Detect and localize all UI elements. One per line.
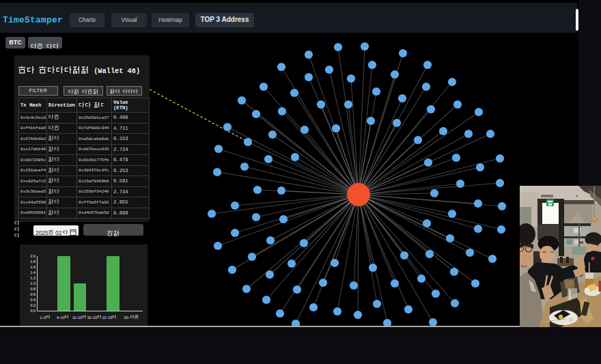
svg-text:0.0: 0.0: [31, 309, 36, 313]
svg-text:21~25: 21~25: [102, 316, 113, 320]
svg-text:2025: 2025: [36, 229, 48, 236]
svg-text:0.8: 0.8: [31, 287, 36, 291]
svg-text:0.4: 0.4: [31, 298, 36, 302]
svg-text:1.2: 1.2: [31, 276, 36, 280]
svg-text:02: 02: [55, 229, 62, 236]
svg-text:16~20: 16~20: [87, 316, 98, 320]
svg-text:11~15: 11~15: [72, 316, 82, 320]
svg-text:1.8: 1.8: [31, 260, 36, 264]
svg-text:1.0: 1.0: [31, 281, 36, 285]
svg-text:2.0: 2.0: [31, 254, 36, 258]
svg-text:26~: 26~: [124, 316, 130, 320]
svg-text:0.6: 0.6: [31, 292, 36, 296]
svg-text:0.2: 0.2: [31, 303, 36, 307]
svg-text:1.4: 1.4: [31, 270, 36, 275]
svg-text:6~10: 6~10: [57, 316, 65, 320]
svg-text:1.6: 1.6: [31, 265, 36, 269]
svg-text:1~5: 1~5: [40, 316, 46, 320]
